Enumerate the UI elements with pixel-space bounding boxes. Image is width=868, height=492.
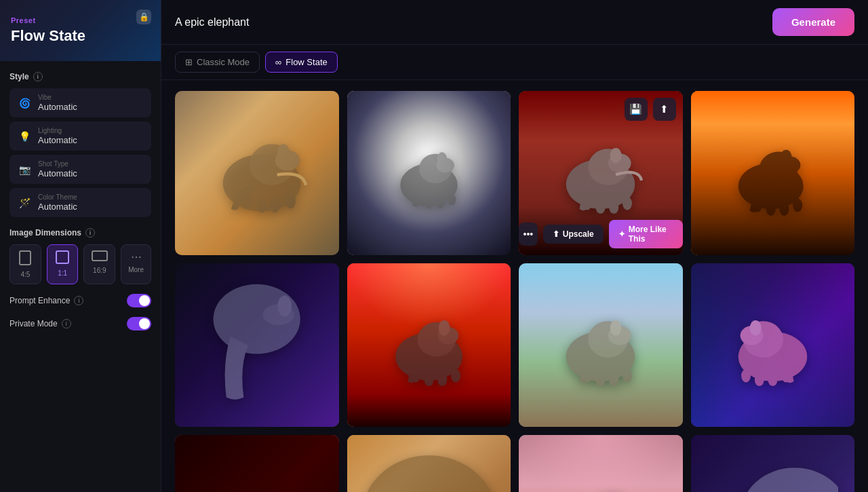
svg-point-14 xyxy=(437,153,446,166)
svg-point-49 xyxy=(610,320,622,336)
svg-point-15 xyxy=(412,194,420,206)
image-card-8[interactable] xyxy=(691,263,855,428)
vibe-value: Automatic xyxy=(38,102,77,112)
dim-4-5[interactable]: 4:5 xyxy=(9,244,41,284)
dim-4-5-label: 4:5 xyxy=(20,271,30,278)
svg-point-68 xyxy=(361,455,496,492)
svg-point-17 xyxy=(436,197,444,209)
upscale-button[interactable]: ⬆ Upscale xyxy=(543,225,604,244)
image-card-11[interactable] xyxy=(519,435,683,492)
image-card-10[interactable] xyxy=(347,435,511,492)
search-input[interactable] xyxy=(175,12,764,33)
save-image-button[interactable]: 💾 xyxy=(625,98,648,121)
upscale-label: Upscale xyxy=(563,229,594,239)
svg-point-34 xyxy=(793,199,802,212)
dim-1-1[interactable]: 1:1 xyxy=(47,244,79,284)
image-card-3[interactable]: 💾 ⬆ ••• ⬆ Upscale ✦ More Like This xyxy=(519,91,683,255)
dim-more[interactable]: ⋯ More xyxy=(121,244,151,284)
preset-label: Preset xyxy=(11,16,150,24)
svg-rect-0 xyxy=(20,251,31,265)
image-card-2[interactable] xyxy=(347,91,511,255)
svg-point-44 xyxy=(437,373,447,386)
mode-tabs: ⊞ Classic Mode ∞ Flow State xyxy=(161,45,868,80)
svg-point-60 xyxy=(754,373,764,386)
tab-flow-state[interactable]: ∞ Flow State xyxy=(265,52,338,73)
image-card-6[interactable] xyxy=(347,263,511,428)
private-mode-info-icon[interactable]: i xyxy=(62,319,71,328)
more-like-label: More Like This xyxy=(629,225,673,244)
svg-point-51 xyxy=(596,373,606,386)
dimensions-info-icon[interactable]: i xyxy=(85,228,95,238)
svg-point-52 xyxy=(609,373,618,386)
prompt-enhance-row: Prompt Enhance i xyxy=(9,294,151,307)
dim-1-1-icon xyxy=(56,250,69,267)
svg-point-59 xyxy=(768,373,777,386)
dim-16-9-label: 16:9 xyxy=(93,267,106,274)
more-like-button[interactable]: ✦ More Like This xyxy=(609,220,683,248)
image-card-9[interactable] xyxy=(175,435,339,492)
svg-rect-2 xyxy=(92,251,107,261)
vibe-option[interactable]: 🌀 Vibe Automatic xyxy=(9,88,151,117)
card-top-actions: 💾 ⬆ xyxy=(519,91,683,128)
svg-point-41 xyxy=(438,320,450,336)
svg-point-53 xyxy=(623,368,632,382)
image-card-7[interactable] xyxy=(519,263,683,428)
private-mode-row: Private Mode i xyxy=(9,317,151,330)
svg-point-10 xyxy=(285,194,296,208)
lighting-value: Automatic xyxy=(38,135,77,145)
tab-classic-mode[interactable]: ⊞ Classic Mode xyxy=(175,52,260,73)
svg-point-74 xyxy=(740,468,838,492)
prompt-enhance-info-icon[interactable]: i xyxy=(74,296,83,305)
prompt-enhance-toggle[interactable] xyxy=(127,294,151,307)
dim-more-icon: ⋯ xyxy=(131,250,142,263)
sidebar: Preset Flow State 🔒 Style i 🌀 Vibe Autom… xyxy=(0,0,161,492)
camera-icon: 📷 xyxy=(18,163,31,176)
shot-type-label: Shot Type xyxy=(38,160,77,168)
image-grid: 💾 ⬆ ••• ⬆ Upscale ✦ More Like This xyxy=(175,91,854,492)
svg-point-57 xyxy=(749,320,761,336)
lighting-option[interactable]: 💡 Lighting Automatic xyxy=(9,121,151,151)
svg-point-31 xyxy=(753,199,762,212)
private-mode-label: Private Mode i xyxy=(9,319,71,328)
svg-point-61 xyxy=(741,368,751,382)
image-card-5[interactable] xyxy=(175,263,339,428)
dim-1-1-label: 1:1 xyxy=(58,269,67,277)
svg-point-6 xyxy=(277,144,290,160)
dim-16-9-icon xyxy=(92,250,108,264)
image-card-12[interactable] xyxy=(691,435,855,492)
style-info-icon[interactable]: i xyxy=(33,72,43,81)
svg-point-18 xyxy=(448,194,456,206)
svg-rect-1 xyxy=(56,251,68,263)
prompt-enhance-label: Prompt Enhance i xyxy=(9,296,83,305)
image-grid-container: 💾 ⬆ ••• ⬆ Upscale ✦ More Like This xyxy=(161,80,868,492)
svg-point-45 xyxy=(451,368,460,382)
shot-type-value: Automatic xyxy=(38,168,77,178)
generate-button[interactable]: Generate xyxy=(772,8,854,36)
dimensions-title: Image Dimensions i xyxy=(9,228,151,238)
shot-type-option[interactable]: 📷 Shot Type Automatic xyxy=(9,155,151,184)
main-content: Generate ⊞ Classic Mode ∞ Flow State xyxy=(161,0,868,492)
upscale-icon: ⬆ xyxy=(553,229,559,239)
color-theme-option[interactable]: 🪄 Color Theme Automatic xyxy=(9,188,151,217)
preset-name: Flow State xyxy=(11,27,150,45)
svg-point-58 xyxy=(781,368,791,382)
lighting-icon: 💡 xyxy=(18,130,31,143)
classic-mode-icon: ⊞ xyxy=(185,57,193,67)
topbar: Generate xyxy=(161,0,868,45)
svg-point-30 xyxy=(781,150,792,166)
image-card-4[interactable] xyxy=(691,91,855,255)
dimensions-section: Image Dimensions i 4:5 1:1 xyxy=(9,228,151,284)
lock-icon[interactable]: 🔒 xyxy=(136,10,151,24)
more-options-button[interactable]: ••• xyxy=(519,223,538,246)
svg-point-8 xyxy=(257,198,267,212)
flow-state-icon: ∞ xyxy=(275,57,281,67)
svg-point-43 xyxy=(424,373,433,386)
dim-16-9[interactable]: 16:9 xyxy=(83,244,115,284)
dimension-options: 4:5 1:1 16:9 ⋯ More xyxy=(9,244,151,284)
svg-point-7 xyxy=(241,194,252,208)
image-card-1[interactable] xyxy=(175,91,339,255)
share-image-button[interactable]: ⬆ xyxy=(653,98,676,121)
private-mode-toggle[interactable] xyxy=(127,317,151,330)
svg-point-42 xyxy=(410,368,420,382)
color-theme-label: Color Theme xyxy=(38,193,77,202)
